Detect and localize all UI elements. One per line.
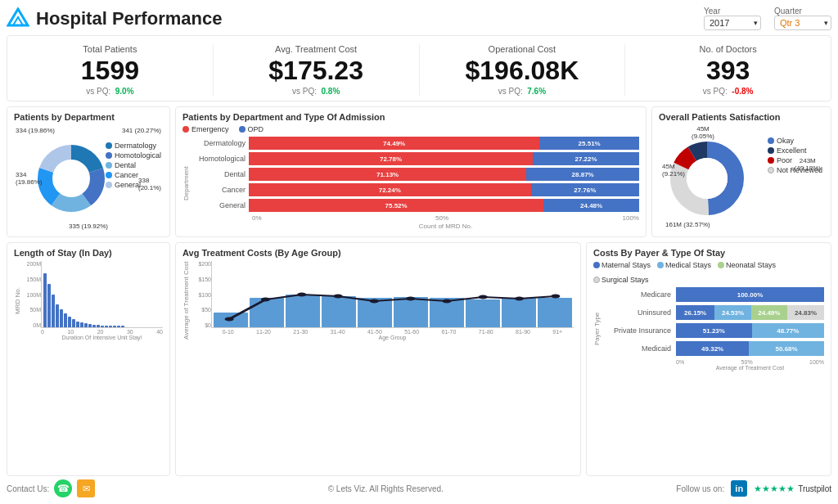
sat-label-bottom: 161M (32.57%): [665, 221, 710, 228]
kpi-avg-treatment: Avg. Treatment Cost $175.23 vs PQ: 0.8%: [214, 44, 420, 96]
dept-pie-legend: Dermatology Homotological Dental Cancer …: [106, 142, 161, 191]
avg-cost-y-ticks: $200$150$100$50$0: [191, 261, 211, 328]
dept-admission-panel: Patients by Department and Type Of Admis…: [175, 106, 647, 237]
pie-label-tr: 341 (20.27%): [122, 127, 161, 134]
avg-cost-x-label: Age Group: [211, 335, 574, 340]
email-icon[interactable]: ✉: [77, 479, 95, 497]
satisfaction-donut: [662, 133, 752, 223]
year-filter-label: Year: [704, 7, 761, 16]
los-title: Length of Stay (In Day): [14, 248, 163, 258]
page-title: Hospital Performance: [36, 8, 222, 29]
linkedin-icon[interactable]: in: [731, 480, 747, 497]
year-select[interactable]: 2017201520162018: [704, 16, 761, 30]
payer-legend: Maternal Stays Medical Stays Neonatal St…: [593, 261, 824, 284]
payer-row-medicare: Medicare 100.00%: [602, 287, 824, 302]
contact-label: Contact Us:: [7, 484, 49, 493]
admission-bar-dermatology: Dermatology 74.49% 25.51%: [191, 137, 639, 150]
avg-cost-y-label: Average of Treatment Cost: [182, 261, 190, 340]
svg-point-21: [551, 295, 560, 299]
trustpilot-badge: ★★★★★ Trustpilot: [754, 484, 831, 494]
svg-point-14: [297, 293, 306, 297]
footer-right: Follow us on: in ★★★★★ Trustpilot: [676, 480, 831, 497]
los-bars: [41, 261, 163, 328]
sat-label-left: 45M(9.21%): [662, 163, 685, 178]
svg-point-15: [334, 295, 343, 299]
dept-pie-title: Patients by Department: [14, 112, 163, 122]
admission-x-axis: 0%50%100%: [191, 214, 639, 222]
dept-pie-chart: [30, 137, 112, 219]
whatsapp-icon[interactable]: ☎: [54, 479, 72, 497]
payer-title: Costs By Payer & Type Of Stay: [593, 248, 824, 258]
app-logo: [7, 7, 29, 30]
quarter-select[interactable]: Qtr 3Qtr 1Qtr 2Qtr 4: [774, 16, 831, 30]
los-x-ticks: 010203040: [41, 329, 163, 335]
svg-point-17: [406, 297, 415, 301]
admission-bar-cancer: Cancer 72.24% 27.76%: [191, 183, 639, 196]
svg-point-6: [53, 160, 89, 196]
los-x-label: Duration Of Intensive Unit Stay!: [41, 335, 163, 340]
sat-label-top: 45M(9.05%): [692, 125, 714, 140]
los-y-label: MRD No.: [14, 261, 21, 340]
avg-cost-title: Avg Treatment Costs (By Age Group): [182, 248, 574, 258]
avg-cost-x-ticks: 0-1011-2021-3031-4041-5051-6061-7071-808…: [211, 329, 574, 335]
payer-row-private: Private Insurance 51.23% 48.77%: [602, 323, 824, 338]
dept-admission-title: Patients by Department and Type Of Admis…: [182, 112, 639, 122]
dept-pie-panel: Patients by Department 334 (19.86%) 341 …: [7, 106, 170, 237]
satisfaction-title: Overall Patients Satisfaction: [659, 112, 824, 122]
admission-legend: Emergency OPD: [182, 125, 639, 133]
pie-label-tl: 334 (19.86%): [16, 127, 55, 134]
svg-point-18: [442, 299, 451, 304]
footer: Contact Us: ☎ ✉ © Lets Viz. All Rights R…: [7, 476, 831, 497]
follow-label: Follow us on:: [676, 484, 724, 493]
quarter-filter-label: Quarter: [774, 7, 831, 16]
pie-label-bot: 335 (19.92%): [69, 223, 108, 230]
admission-x-label: Count of MRD No.: [191, 223, 639, 230]
svg-point-20: [515, 297, 524, 301]
payer-x-label: Average of Treatment Cost: [602, 365, 824, 371]
admission-bar-dental: Dental 71.13% 28.87%: [191, 168, 639, 181]
kpi-row: Total Patients 1599 vs PQ: 9.0% Avg. Tre…: [7, 35, 831, 101]
svg-point-19: [479, 295, 488, 299]
admission-bar-homotological: Homotological 72.78% 27.22%: [191, 152, 639, 165]
avg-cost-panel: Avg Treatment Costs (By Age Group) Avera…: [175, 242, 581, 476]
satisfaction-panel: Overall Patients Satisfaction 45M(9.05%)…: [651, 106, 831, 237]
payer-panel: Costs By Payer & Type Of Stay Maternal S…: [586, 242, 831, 476]
pie-label-ml: 334(19.86%): [16, 171, 42, 186]
payer-row-uninsured: Uninsured 26.15% 24.53% 24.49% 24.83%: [602, 305, 824, 320]
admission-y-axis-label: Department: [182, 137, 190, 230]
avg-cost-line: [211, 261, 574, 328]
payer-y-label: Payer Type: [593, 287, 601, 371]
svg-point-12: [225, 317, 234, 322]
payer-row-medicaid: Medicaid 49.32% 50.68%: [602, 341, 824, 356]
svg-point-13: [261, 298, 270, 302]
svg-point-16: [370, 299, 379, 304]
satisfaction-legend: Okay Excellent Poor Not Reviewed: [768, 137, 822, 176]
admission-bar-general: General 75.52% 24.48%: [191, 199, 639, 212]
los-y-ticks: 200M150M100M50M0M: [23, 261, 41, 328]
kpi-doctors: No. of Doctors 393 vs PQ: -0.8%: [625, 44, 831, 96]
kpi-operational-cost: Operational Cost $196.08K vs PQ: 7.6%: [420, 44, 626, 96]
kpi-total-patients: Total Patients 1599 vs PQ: 9.0%: [7, 44, 214, 96]
payer-x-ticks: 0%50%100%: [602, 359, 824, 365]
svg-point-11: [687, 158, 728, 199]
copyright: © Lets Viz. All Rights Reserved.: [328, 484, 444, 493]
los-panel: Length of Stay (In Day) MRD No. 200M150M…: [7, 242, 170, 476]
